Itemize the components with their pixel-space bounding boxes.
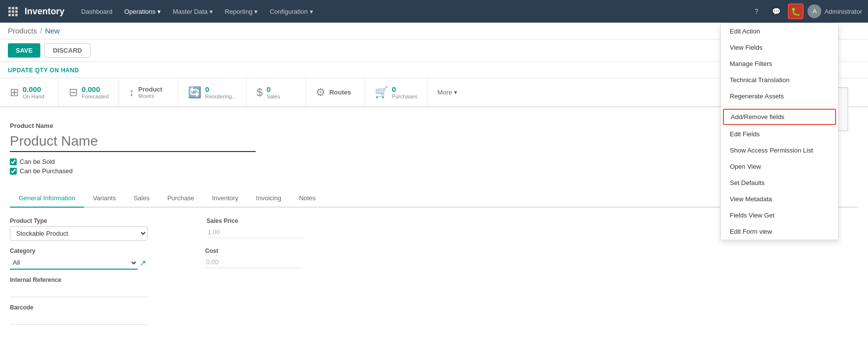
cost-field: Cost <box>205 247 303 268</box>
svg-rect-2 <box>15 7 18 9</box>
sales-price-label: Sales Price <box>207 217 305 224</box>
svg-rect-4 <box>12 10 14 13</box>
nav-master-data[interactable]: Master Data ▾ <box>168 5 218 18</box>
category-label: Category <box>10 247 146 254</box>
help-icon[interactable]: ? <box>748 3 764 19</box>
top-navigation: Inventory Dashboard Operations ▾ Master … <box>0 0 868 23</box>
internal-ref-input[interactable] <box>10 285 148 297</box>
can-be-purchased-label: Can be Purchased <box>20 167 73 175</box>
save-button[interactable]: SAVE <box>8 43 40 58</box>
svg-rect-5 <box>15 10 18 13</box>
svg-rect-8 <box>15 14 18 16</box>
breadcrumb-separator: / <box>40 27 42 35</box>
internal-reference-field: Internal Reference <box>10 277 148 297</box>
barcode-input[interactable] <box>10 313 148 325</box>
category-field: Category All ↗ <box>10 247 146 270</box>
dropdown-edit-fields[interactable]: Edit Fields <box>721 126 838 142</box>
tab-notes[interactable]: Notes <box>290 189 325 208</box>
tab-sales[interactable]: Sales <box>125 189 159 208</box>
product-name-input[interactable] <box>10 131 256 152</box>
discard-button[interactable]: DISCARD <box>44 43 90 58</box>
dropdown-view-fields[interactable]: View Fields <box>721 39 838 56</box>
debug-icon[interactable]: 🐛 <box>788 3 804 19</box>
sales-icon: $ <box>257 86 263 99</box>
purchases-icon: 🛒 <box>375 86 388 99</box>
reorder-value: 0 <box>205 85 237 93</box>
routes-icon: ⚙ <box>316 86 326 99</box>
dropdown-technical-translation[interactable]: Technical Translation <box>721 72 838 88</box>
dropdown-show-access-permission[interactable]: Show Access Permission List <box>721 142 838 158</box>
more-label: More <box>438 89 452 96</box>
dropdown-fields-view-get[interactable]: Fields View Get <box>721 207 838 223</box>
forecasted-label: Forecasted <box>82 93 109 99</box>
stat-purchases[interactable]: 🛒 0 Purchases <box>365 78 428 106</box>
barcode-field: Barcode <box>10 304 148 325</box>
on-hand-value: 0.000 <box>23 85 44 93</box>
dropdown-add-remove-fields[interactable]: Add/Remove fields <box>723 109 836 125</box>
dropdown-manage-filters[interactable]: Manage Filters <box>721 56 838 72</box>
nav-right-actions: ? 💬 🐛 A Administrator <box>748 3 862 19</box>
sales-price-input[interactable] <box>207 226 305 238</box>
moves-label: Moves <box>138 93 162 99</box>
stat-forecasted[interactable]: ⊟ 0.000 Forecasted <box>59 78 119 106</box>
stat-on-hand[interactable]: ⊞ 0.000 On Hand <box>0 78 59 106</box>
purchases-label: Purchases <box>392 93 418 99</box>
svg-rect-7 <box>12 14 14 16</box>
nav-reporting[interactable]: Reporting ▾ <box>220 5 263 18</box>
breadcrumb-products[interactable]: Products <box>8 27 37 35</box>
nav-operations[interactable]: Operations ▾ <box>120 5 166 18</box>
category-select[interactable]: All <box>10 256 138 270</box>
main-menu: Dashboard Operations ▾ Master Data ▾ Rep… <box>76 5 748 18</box>
cost-input[interactable] <box>205 256 303 268</box>
tab-variants[interactable]: Variants <box>84 189 125 208</box>
tab-general-information[interactable]: General Information <box>10 189 84 208</box>
stat-product-moves[interactable]: ↕ Product Moves <box>119 78 178 106</box>
internal-ref-label: Internal Reference <box>10 277 148 283</box>
tab-inventory[interactable]: Inventory <box>203 189 247 208</box>
breadcrumb-current: New <box>45 27 60 35</box>
forecasted-icon: ⊟ <box>69 86 78 99</box>
stat-routes[interactable]: ⚙ Routes <box>306 78 365 106</box>
form-row-barcode: Barcode <box>10 304 858 325</box>
sales-value: 0 <box>267 85 280 93</box>
nav-dashboard[interactable]: Dashboard <box>76 5 118 18</box>
dropdown-set-defaults[interactable]: Set Defaults <box>721 175 838 191</box>
stat-sales[interactable]: $ 0 Sales <box>247 78 306 106</box>
moves-icon: ↕ <box>129 86 134 99</box>
user-menu[interactable]: A Administrator <box>808 4 862 18</box>
nav-configuration[interactable]: Configuration ▾ <box>265 5 318 18</box>
dropdown-edit-form-view[interactable]: Edit Form view <box>721 223 838 240</box>
chat-icon[interactable]: 💬 <box>768 3 784 19</box>
cost-label: Cost <box>205 247 303 254</box>
update-qty-link[interactable]: UPDATE QTY ON HAND <box>8 67 79 74</box>
tab-invoicing[interactable]: Invoicing <box>247 189 290 208</box>
category-external-link-icon[interactable]: ↗ <box>140 258 146 268</box>
moves-value: Product <box>138 86 162 93</box>
routes-value: Routes <box>329 89 351 96</box>
dropdown-view-metadata[interactable]: View Metadata <box>721 191 838 207</box>
apps-grid-icon[interactable] <box>6 4 20 18</box>
stat-reordering[interactable]: 🔄 0 Reordering... <box>178 78 247 106</box>
svg-rect-6 <box>8 14 11 16</box>
dropdown-edit-action[interactable]: Edit Action <box>721 23 838 39</box>
barcode-label: Barcode <box>10 304 148 311</box>
form-row-internal-ref: Internal Reference <box>10 277 858 297</box>
reorder-label: Reordering... <box>205 93 237 99</box>
dropdown-open-view[interactable]: Open View <box>721 158 838 175</box>
user-name: Administrator <box>824 8 862 15</box>
svg-rect-3 <box>8 10 11 13</box>
more-chevron-icon: ▾ <box>454 89 457 96</box>
sales-label: Sales <box>267 93 280 99</box>
user-avatar: A <box>808 4 821 18</box>
tab-purchase[interactable]: Purchase <box>158 189 203 208</box>
dropdown-regenerate-assets[interactable]: Regenerate Assets <box>721 88 838 104</box>
forecasted-value: 0.000 <box>82 85 109 93</box>
on-hand-label: On Hand <box>23 93 44 99</box>
svg-rect-1 <box>12 7 14 9</box>
product-type-field: Product Type Stockable Product <box>10 217 148 241</box>
stat-more-button[interactable]: More ▾ <box>428 78 468 106</box>
product-type-select[interactable]: Stockable Product <box>10 226 148 241</box>
app-brand: Inventory <box>25 6 64 17</box>
dropdown-divider-1 <box>721 106 838 107</box>
svg-rect-0 <box>8 7 11 9</box>
